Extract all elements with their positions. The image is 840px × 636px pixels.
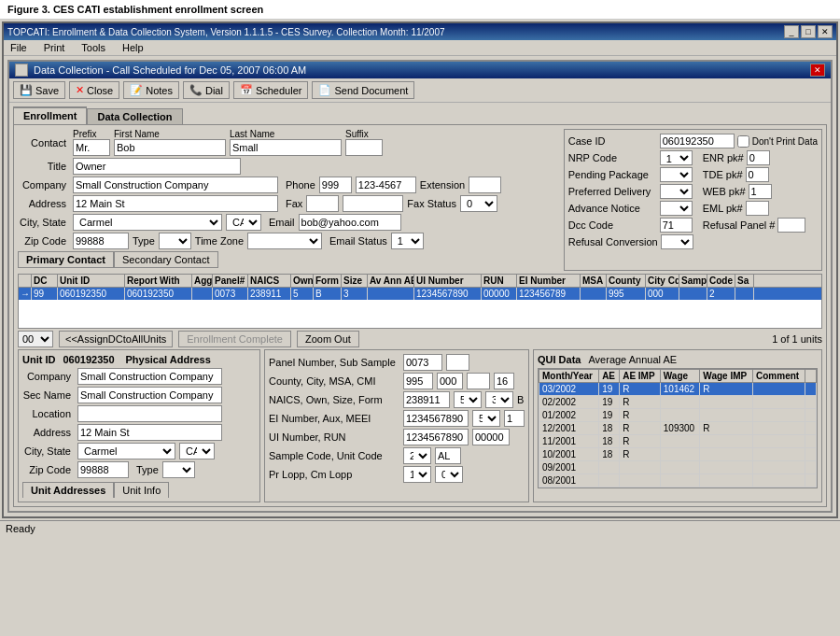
tab-unit-info[interactable]: Unit Info [114, 482, 169, 498]
dont-print-checkbox[interactable] [737, 135, 749, 148]
minimize-button[interactable]: _ [784, 25, 799, 38]
close-app-button[interactable]: ✕ [818, 25, 833, 38]
up-type-select[interactable] [162, 461, 195, 478]
email-status-select[interactable]: 1 [391, 233, 424, 249]
grid-data-row[interactable]: → 99 060192350 060192350 0073 238911 5 B… [19, 288, 821, 300]
tde-pk-input[interactable] [746, 167, 769, 182]
tab-unit-addresses[interactable]: Unit Addresses [22, 482, 114, 498]
ei-input[interactable] [403, 410, 469, 427]
nrp-select[interactable]: 1 [660, 150, 693, 165]
msa-input[interactable] [467, 373, 490, 389]
dc-dropdown[interactable]: 00 [18, 331, 53, 347]
pref-del-select[interactable] [660, 184, 693, 199]
unit-code-input[interactable] [435, 447, 461, 464]
eml-pk-input[interactable] [746, 201, 769, 216]
case-id-input[interactable] [660, 134, 735, 148]
pref-del-label: Preferred Delivery [568, 186, 657, 197]
timezone-select[interactable] [247, 233, 322, 249]
size-select[interactable]: 3 [485, 391, 513, 408]
up-sec-name-input[interactable] [77, 387, 222, 403]
menu-tools[interactable]: Tools [78, 41, 108, 54]
qui-table-row[interactable]: 10/200118R [539, 448, 817, 461]
qui-table-row[interactable]: 02/200219R [539, 396, 817, 409]
enr-pk-input[interactable] [747, 150, 770, 165]
panel-section: Panel Number, Sub Sample County, City, M… [264, 349, 529, 502]
sample-select[interactable]: 2 [403, 447, 431, 464]
fax-status-select[interactable]: 0 [460, 195, 497, 212]
zip-input[interactable] [73, 233, 129, 249]
cmi-input[interactable] [494, 373, 514, 389]
up-state-select[interactable]: CA [179, 443, 215, 459]
phone-num-input[interactable] [356, 177, 416, 193]
dialog-close-button[interactable]: ✕ [810, 64, 825, 77]
up-city-select[interactable]: Carmel [77, 443, 175, 459]
city-code-input[interactable] [437, 373, 463, 389]
zip-label: Zip Code [18, 235, 69, 247]
pending-select[interactable] [660, 167, 693, 182]
qui-table-row[interactable]: 08/2001 [539, 474, 817, 488]
up-address-input[interactable] [77, 424, 222, 441]
naics-input[interactable] [403, 391, 450, 408]
dcc-input[interactable] [660, 218, 693, 233]
meei-input[interactable] [504, 410, 525, 427]
assign-dc-button[interactable]: <<AssignDCtoAllUnits [59, 331, 173, 347]
type-select[interactable] [159, 233, 191, 249]
email-label: Email [269, 217, 295, 228]
web-pk-input[interactable] [749, 184, 772, 199]
send-doc-button[interactable]: 📄 Send Document [312, 81, 414, 99]
own-select[interactable]: 5 [454, 391, 482, 408]
state-select[interactable]: CA [226, 214, 261, 231]
refusal-conv-select[interactable] [661, 234, 693, 249]
qui-table-row[interactable]: 03/200219R101462R [539, 383, 817, 396]
save-button[interactable]: 💾 Save [13, 81, 65, 99]
company-input[interactable] [73, 177, 278, 193]
title-input[interactable] [73, 158, 241, 175]
enrollment-complete-button[interactable]: Enrollment Complete [178, 331, 291, 347]
menu-print[interactable]: Print [41, 41, 68, 54]
address-input[interactable] [73, 195, 278, 212]
zoom-out-button[interactable]: Zoom Out [297, 331, 359, 347]
qui-table-row[interactable]: 01/200219R [539, 409, 817, 422]
ui-input[interactable] [403, 429, 469, 445]
title-row: Title [18, 158, 558, 175]
aux-select[interactable]: 5 [472, 410, 500, 427]
scheduler-button[interactable]: 📅 Scheduler [233, 81, 309, 99]
pr-lopp-select[interactable]: 1 [403, 466, 431, 483]
tab-secondary-contact[interactable]: Secondary Contact [114, 251, 218, 268]
qui-table-row[interactable]: 12/200118R109300R [539, 422, 817, 435]
city-select[interactable]: Carmel [73, 214, 222, 231]
grid-header-county: County [607, 275, 646, 287]
tab-data-collection[interactable]: Data Collection [87, 108, 182, 124]
refusal-panel-input[interactable] [777, 218, 805, 233]
fax-area-input[interactable] [306, 195, 339, 212]
panel-num-input[interactable] [403, 354, 442, 371]
phone-area-input[interactable] [319, 177, 352, 193]
up-location-label: Location [22, 408, 74, 419]
suffix-input[interactable] [345, 139, 383, 156]
county-input[interactable] [403, 373, 433, 389]
first-name-input[interactable] [114, 139, 226, 156]
email-input[interactable] [299, 214, 401, 231]
last-name-input[interactable] [230, 139, 342, 156]
up-location-input[interactable] [77, 405, 222, 422]
dial-button[interactable]: 📞 Dial [183, 81, 230, 99]
close-button[interactable]: ✕ Close [69, 81, 119, 99]
sub-sample-input[interactable] [446, 354, 469, 371]
qui-table-row[interactable]: 11/200118R [539, 435, 817, 448]
fax-num-input[interactable] [343, 195, 403, 212]
adv-notice-select[interactable] [660, 201, 693, 216]
ext-input[interactable] [469, 177, 501, 193]
contact-row: Contact Prefix First Name Last [18, 129, 558, 156]
maximize-button[interactable]: □ [801, 25, 816, 38]
notes-button[interactable]: 📝 Notes [123, 81, 179, 99]
menu-file[interactable]: File [7, 41, 30, 54]
qui-table-row[interactable]: 09/2001 [539, 461, 817, 474]
cm-lopp-select[interactable]: 0 [435, 466, 463, 483]
tab-primary-contact[interactable]: Primary Contact [18, 251, 114, 268]
up-zip-input[interactable] [77, 461, 129, 478]
run-input[interactable] [472, 429, 510, 445]
menu-help[interactable]: Help [119, 41, 147, 54]
tab-enrollment[interactable]: Enrollment [13, 106, 87, 124]
up-company-input[interactable] [77, 368, 222, 385]
prefix-input[interactable] [73, 139, 110, 156]
